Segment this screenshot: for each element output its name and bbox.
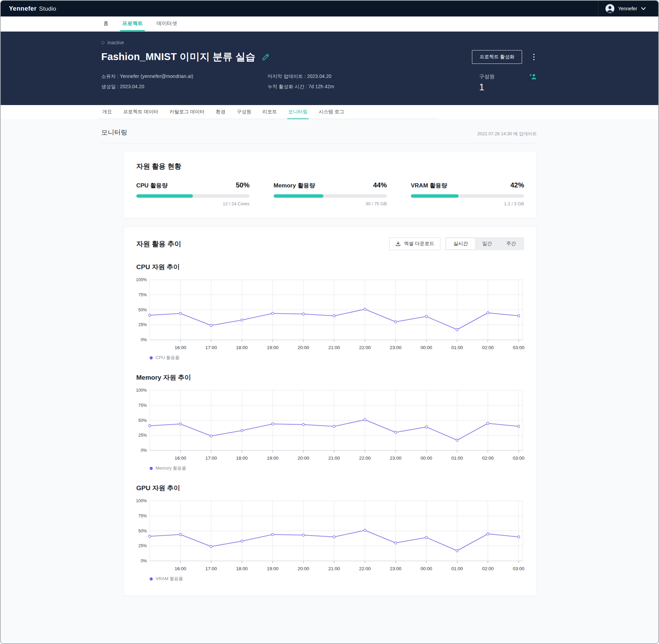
user-name: Yennefer	[618, 6, 637, 11]
usage-card-title: 자원 활용 현황	[136, 162, 524, 171]
tab-members[interactable]: 구성원	[236, 105, 252, 119]
svg-text:17:00: 17:00	[205, 345, 217, 350]
monitoring-page: 모니터링 2022.07.28 14:30 에 업데이트 자원 활용 현황 CP…	[1, 119, 658, 637]
meter-caption: 30 / 75 GB	[274, 201, 387, 206]
line-chart: 0%25%50%75%100%16:0017:0018:0019:0020:00…	[136, 388, 525, 462]
svg-text:18:00: 18:00	[236, 345, 248, 350]
project-header: Inactive Fashion_MNIST 이미지 분류 실습	[1, 32, 658, 105]
svg-text:75%: 75%	[138, 403, 147, 408]
user-menu[interactable]: Yennefer	[598, 1, 658, 16]
tab-project-data[interactable]: 프로젝트 데이터	[122, 105, 159, 119]
progress-fill	[274, 194, 323, 198]
cpu-trend-chart: CPU 자원 추이 0%25%50%75%100%16:0017:0018:00…	[136, 263, 524, 361]
svg-text:23:00: 23:00	[390, 456, 402, 461]
chart-title: GPU 자원 추이	[136, 484, 524, 493]
svg-text:02:00: 02:00	[482, 345, 494, 350]
svg-text:22:00: 22:00	[359, 456, 371, 461]
svg-text:75%: 75%	[138, 514, 147, 518]
meter-percent: 50%	[236, 181, 250, 189]
logo-text-secondary: Studio	[39, 5, 56, 12]
svg-text:20:00: 20:00	[298, 456, 309, 461]
range-daily-button[interactable]: 일간	[475, 238, 499, 249]
updated-timestamp: 2022.07.28 14:30 에 업데이트	[477, 131, 537, 137]
svg-text:19:00: 19:00	[267, 345, 278, 350]
svg-text:21:00: 21:00	[328, 456, 340, 461]
chart-title: Memory 자원 추이	[136, 373, 524, 382]
progress-fill	[136, 194, 193, 198]
meter-label: VRAM 활용량	[411, 182, 447, 189]
vram-usage-meter: VRAM 활용량 42% 1.2 / 3 GB	[411, 181, 524, 206]
app-window: Yennefer Studio Yennefer 홈 프로젝	[0, 0, 659, 644]
meter-label: CPU 활용량	[136, 182, 168, 189]
range-realtime-button[interactable]: 실시간	[446, 238, 475, 249]
project-sub-nav: 개요 프로젝트 데이터 카탈로그 데이터 환경 구성원 리포트 모니터링 시스템…	[1, 105, 658, 119]
svg-text:100%: 100%	[136, 388, 147, 393]
svg-text:17:00: 17:00	[205, 456, 217, 461]
tab-projects[interactable]: 프로젝트	[120, 16, 145, 31]
members-count: 1	[479, 82, 537, 93]
tab-overview[interactable]: 개요	[101, 105, 113, 119]
tab-environment[interactable]: 환경	[215, 105, 227, 119]
svg-text:0%: 0%	[141, 559, 147, 563]
svg-text:0%: 0%	[141, 337, 147, 342]
chevron-down-icon	[641, 7, 646, 10]
svg-text:75%: 75%	[138, 292, 147, 297]
svg-text:50%: 50%	[138, 529, 147, 533]
tab-datasets[interactable]: 데이터셋	[154, 16, 179, 31]
legend-label: CPU 활용률	[155, 355, 180, 361]
svg-text:50%: 50%	[138, 418, 147, 423]
progress-bar	[136, 194, 250, 198]
chart-legend: Memory 활용률	[136, 465, 524, 471]
svg-text:03:00: 03:00	[513, 566, 524, 571]
tab-monitoring[interactable]: 모니터링	[287, 105, 309, 119]
chart-title: CPU 자원 추이	[136, 263, 524, 272]
tab-home[interactable]: 홈	[101, 16, 111, 31]
svg-text:02:00: 02:00	[482, 456, 494, 461]
tab-report[interactable]: 리포트	[262, 105, 278, 119]
meter-percent: 44%	[373, 181, 387, 189]
page-title: Fashion_MNIST 이미지 분류 실습	[101, 50, 255, 64]
download-icon	[395, 241, 401, 246]
range-weekly-button[interactable]: 주간	[499, 238, 523, 249]
svg-text:01:00: 01:00	[451, 456, 463, 461]
svg-text:23:00: 23:00	[390, 345, 402, 350]
monitoring-title: 모니터링	[101, 128, 127, 137]
kebab-icon	[533, 54, 535, 60]
line-chart: 0%25%50%75%100%16:0017:0018:0019:0020:00…	[136, 277, 525, 352]
svg-text:17:00: 17:00	[205, 566, 217, 571]
svg-text:18:00: 18:00	[236, 456, 248, 461]
members-summary: 구성원 1	[479, 73, 537, 93]
avatar-icon	[605, 4, 615, 13]
edit-title-button[interactable]	[262, 53, 270, 61]
legend-dot-icon	[150, 467, 153, 470]
cpu-usage-meter: CPU 활용량 50% 12 / 24 Cores	[136, 181, 250, 206]
legend-label: Memory 활용률	[155, 465, 186, 471]
excel-download-button[interactable]: 엑셀 다운로드	[389, 237, 440, 250]
last-update-info: 마지막 업데이트 : 2023.04.20	[268, 73, 479, 80]
svg-text:25%: 25%	[138, 433, 147, 438]
svg-text:18:00: 18:00	[236, 566, 248, 571]
primary-nav: 홈 프로젝트 데이터셋	[1, 16, 658, 32]
svg-text:100%: 100%	[136, 498, 147, 503]
status-label: Inactive	[107, 40, 124, 45]
resource-usage-card: 자원 활용 현황 CPU 활용량 50% 12 / 24 Cores Memor…	[124, 151, 537, 218]
add-member-button[interactable]	[529, 73, 537, 80]
activate-project-button[interactable]: 프로젝트 활성화	[472, 50, 522, 64]
top-bar: Yennefer Studio Yennefer	[1, 1, 658, 16]
tab-system-log[interactable]: 시스템 로그	[318, 105, 345, 119]
svg-text:50%: 50%	[138, 308, 147, 312]
meter-caption: 12 / 24 Cores	[136, 201, 250, 206]
svg-text:16:00: 16:00	[175, 566, 186, 571]
svg-text:03:00: 03:00	[513, 345, 524, 350]
active-time-info: 누적 활성화 시간 : 7d 12h 42m	[268, 84, 479, 90]
memory-trend-chart: Memory 자원 추이 0%25%50%75%100%16:0017:0018…	[136, 373, 524, 471]
svg-text:22:00: 22:00	[359, 345, 371, 350]
pencil-icon	[262, 53, 270, 61]
svg-text:100%: 100%	[136, 277, 147, 282]
tab-catalog-data[interactable]: 카탈로그 데이터	[169, 105, 206, 119]
more-options-button[interactable]	[531, 52, 537, 62]
meter-caption: 1.2 / 3 GB	[411, 201, 524, 206]
chart-legend: VRAM 활용률	[136, 576, 524, 582]
legend-dot-icon	[150, 356, 153, 359]
time-range-segmented-control: 실시간 일간 주간	[445, 237, 524, 250]
